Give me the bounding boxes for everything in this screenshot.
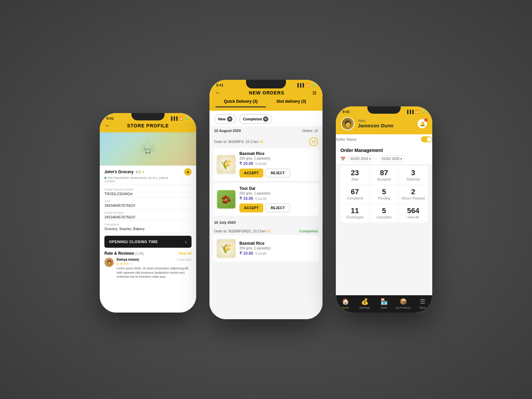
gst-value: 34534645767562V — [104, 203, 192, 209]
signal-icon: ▐▐▐ — [170, 116, 178, 120]
chip-new-close[interactable]: ✕ — [227, 116, 232, 122]
action-btns-2: ACCEPT REJECT — [239, 203, 316, 212]
stat-accepted[interactable]: 87 Accepted — [370, 166, 399, 185]
stat-completed-number: 67 — [343, 188, 367, 196]
hello-text: Hello, — [358, 119, 414, 123]
star-4: ★ — [126, 262, 129, 266]
serial-value: 34534645767562V — [104, 215, 192, 221]
time-right: 9:41 — [342, 110, 350, 114]
date-to-picker[interactable]: 01/02/ 2020 ▾ — [379, 156, 404, 162]
tab-slot-delivery[interactable]: Slot delivery (3) — [266, 96, 317, 107]
stat-return-number: 2 — [401, 188, 425, 196]
categories-label: Categories — [104, 223, 192, 226]
seller-status-toggle[interactable] — [421, 136, 432, 142]
date-range-separator: - — [376, 157, 377, 161]
bottom-nav: 🏠 Home 💰 Earnings 🏪 Store 📦 My Products … — [336, 295, 432, 313]
store-info: John's Grocery 4.0 ★ ➤ 289 Placeholder s… — [100, 166, 196, 185]
svg-rect-3 — [141, 145, 146, 146]
more-icon: ☰ — [420, 298, 425, 305]
cart-icon — [138, 141, 158, 157]
chip-completed-label: Completed — [243, 117, 262, 121]
fssai-section: Fssai/ license number TRODL23244GH GST 3… — [100, 185, 196, 234]
stat-rejected-number: 3 — [401, 169, 425, 177]
earnings-icon: 💰 — [361, 298, 368, 305]
stars-row: ★ ★ ★ ★ ★ — [116, 262, 192, 266]
price-current-2: ₹ 10.00 — [239, 196, 253, 201]
stat-completed[interactable]: 67 Completed — [340, 185, 369, 203]
product-img-3: 🌾 — [216, 238, 236, 258]
product-name-2: Toor Dal — [239, 186, 316, 191]
notch-right — [367, 106, 401, 114]
stat-return-label: Return Request — [401, 197, 425, 200]
order-header-1: Order id: 362689FG, 10:17am #3 10 — [209, 135, 323, 147]
product-qty-3: 250 gms, 1 packet(s) — [239, 246, 316, 250]
stat-accepted-label: Accepted — [372, 178, 396, 181]
battery-icon-r: 🔋 — [421, 110, 426, 114]
back-arrow-left[interactable]: ← — [105, 123, 110, 129]
back-arrow-center[interactable]: ← — [215, 90, 221, 96]
new-orders-header: ← NEW ORDERS ⊟ Quick Delivery (3) Slot d… — [209, 89, 323, 111]
stat-view-all-label: View All — [401, 215, 425, 219]
star-2: ★ — [120, 262, 123, 266]
stat-exchanged[interactable]: 11 Exchanged — [340, 204, 369, 222]
svg-rect-6 — [150, 145, 155, 146]
store-profile-header: ← STORE PROFILE — [100, 122, 196, 132]
product-details-2: Toor Dal 250 gms, 1 packet(s) ₹ 10.00 ₹ … — [239, 186, 316, 212]
stat-cancelled[interactable]: 5 Cancelled — [370, 204, 399, 222]
navigate-button[interactable]: ➤ — [184, 168, 192, 176]
order-header-3: Order id: 362689FGREG, 10:17am #2 Comple… — [209, 227, 323, 234]
notification-badge: 1 — [424, 118, 428, 122]
opening-closing-bar[interactable]: OPENING/ CLOSING TIME › — [104, 236, 192, 248]
stat-completed-label: Completed — [343, 197, 367, 200]
price-current-3: ₹ 10.00 — [239, 251, 253, 256]
chevron-down-to-icon: ▾ — [400, 157, 402, 161]
filter-chips: New ✕ Completed ✕ — [209, 111, 323, 126]
store-distance: 2.5 kms — [104, 180, 192, 183]
stat-cancelled-label: Cancelled — [372, 215, 396, 219]
reviewer-name: Somya mouny — [116, 258, 139, 261]
avatar: 🧑 — [341, 117, 354, 130]
order-management-section: Order Management 📅 01/02/ 2019 ▾ - 01/02… — [336, 144, 432, 164]
categories-value: Grocery, Snacks, Bakery — [104, 227, 192, 232]
nav-more[interactable]: ☰ More — [413, 298, 432, 309]
date-from-value: 01/02/ 2019 — [350, 157, 368, 161]
accept-button-1[interactable]: ACCEPT — [239, 169, 263, 178]
order3-status: Completed — [299, 229, 318, 233]
order-card-2: 🫘 Toor Dal 250 gms, 1 packet(s) ₹ 10.00 … — [213, 183, 319, 216]
reject-button-2[interactable]: REJECT — [265, 203, 290, 212]
stat-view-all[interactable]: 564 View All — [399, 204, 428, 222]
stat-new[interactable]: 23 New — [340, 166, 369, 185]
stat-return-request[interactable]: 2 Return Request — [399, 185, 428, 203]
date-to-value: 01/02/ 2020 — [382, 157, 399, 161]
reviewer-avatar: 👩 — [104, 258, 114, 267]
nav-earnings[interactable]: 💰 Earnings — [355, 298, 374, 309]
notch-left — [131, 113, 165, 120]
chip-new[interactable]: New ✕ — [214, 114, 236, 124]
chip-completed-close[interactable]: ✕ — [263, 116, 268, 122]
date-from-picker[interactable]: 01/02/ 2019 ▾ — [348, 156, 373, 162]
stat-rejected[interactable]: 3 Rejected — [399, 166, 428, 185]
nav-my-products-label: My Products — [396, 306, 411, 309]
reject-button-1[interactable]: REJECT — [265, 169, 290, 178]
calendar-icon: 📅 — [340, 157, 345, 161]
price-row-2: ₹ 10.00 ₹ 12.00 — [239, 196, 316, 201]
nav-home[interactable]: 🏠 Home — [336, 298, 355, 309]
stat-pending[interactable]: 5 Pending — [370, 185, 399, 203]
view-all-button[interactable]: View All — [179, 252, 192, 255]
fssai-value: TRODL23244GH — [104, 192, 192, 198]
notch-center — [246, 80, 286, 88]
nav-my-products[interactable]: 📦 My Products — [394, 298, 413, 309]
nav-earnings-label: Earnings — [359, 306, 370, 309]
filter-icon[interactable]: ⊟ — [313, 90, 317, 95]
chip-completed[interactable]: Completed ✕ — [239, 114, 273, 124]
review-item: 👩 Somya mouny 2 Oct 2019 ★ ★ ★ ★ ★ — [104, 258, 192, 279]
nav-store[interactable]: 🏪 Store — [374, 298, 394, 309]
notification-icon[interactable]: 🔔 1 — [418, 119, 427, 128]
action-btns-1: ACCEPT REJECT — [239, 169, 316, 178]
nav-home-label: Home — [342, 306, 349, 309]
right-header: 🧑 Hello, Jameson Dunn 🔔 1 — [336, 116, 432, 134]
tab-quick-delivery[interactable]: Quick Delivery (3) — [215, 96, 266, 107]
accept-button-2[interactable]: ACCEPT — [239, 203, 263, 212]
header-top: ← NEW ORDERS ⊟ — [215, 89, 317, 96]
signal-icon-r: ▐▐▐ — [406, 110, 414, 114]
